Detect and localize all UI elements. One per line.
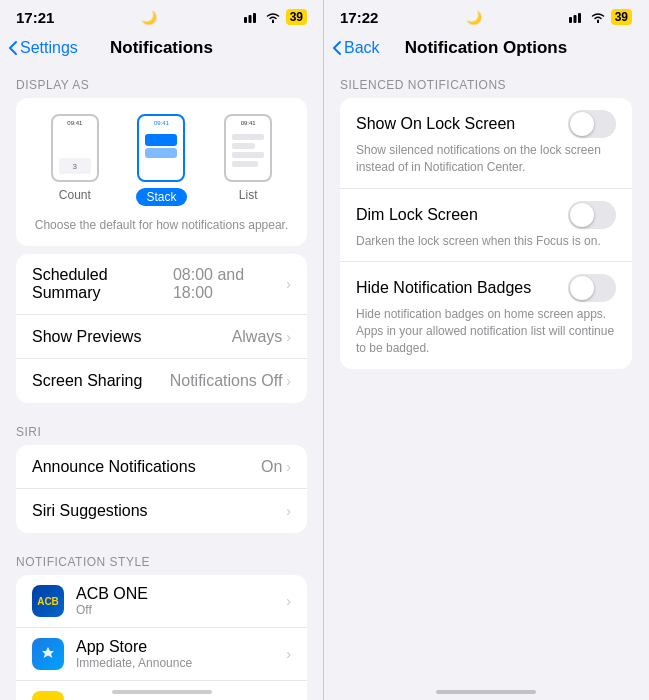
scheduled-summary-label: Scheduled Summary [32,266,173,302]
display-options: 09:41 3 Count 09:41 Stack 09 [16,110,307,214]
notification-style-label: NOTIFICATION STYLE [0,541,323,575]
back-label-right: Back [344,39,380,57]
nav-title-left: Notifications [110,38,213,58]
scheduled-summary-value: 08:00 and 18:00 › [173,266,291,302]
back-button-left[interactable]: Settings [8,39,78,57]
dim-lock-screen-desc: Darken the lock screen when this Focus i… [356,233,616,250]
acb-sub: Off [76,603,274,617]
display-hint: Choose the default for how notifications… [16,214,307,238]
hide-badges-title: Hide Notification Badges [356,279,531,297]
chevron-icon-3: › [286,373,291,389]
time-right: 17:22 [340,9,378,26]
app-row-acb[interactable]: ACB ACB ONE Off › [16,575,307,628]
svg-rect-0 [244,17,247,23]
screen-sharing-value: Notifications Off › [170,372,291,390]
time-left: 17:21 [16,9,54,26]
appstore-icon [32,638,64,670]
show-previews-label: Show Previews [32,328,141,346]
show-previews-value: Always › [232,328,291,346]
chevron-icon-4: › [286,459,291,475]
signal-icon-right [569,11,585,23]
back-label-left: Settings [20,39,78,57]
screen-sharing-row[interactable]: Screen Sharing Notifications Off › [16,359,307,403]
display-option-count[interactable]: 09:41 3 Count [51,114,99,206]
phone-mock-list: 09:41 [224,114,272,182]
signal-icon-left [244,11,260,23]
phone-mock-stack: 09:41 [137,114,185,182]
home-indicator-right [436,690,536,694]
chevron-icon-appstore: › [286,646,291,662]
display-option-stack[interactable]: 09:41 Stack [136,114,186,206]
acb-icon: ACB [32,585,64,617]
siri-label: SIRI [0,411,323,445]
screen-sharing-label: Screen Sharing [32,372,142,390]
svg-rect-5 [578,13,581,23]
list-label: List [239,188,258,202]
hide-badges-toggle[interactable] [568,274,616,302]
svg-rect-4 [573,15,576,23]
nav-bar-right: Back Notification Options [324,32,648,64]
siri-suggestions-label: Siri Suggestions [32,502,148,520]
be-icon: be [32,691,64,700]
announce-notifications-label: Announce Notifications [32,458,196,476]
moon-icon-left: 🌙 [141,10,157,25]
app-row-appstore[interactable]: App Store Immediate, Announce › [16,628,307,681]
back-button-right[interactable]: Back [332,39,380,57]
wifi-icon-right [590,11,606,23]
nav-bar-left: Settings Notifications [0,32,323,64]
left-screen: 17:21 🌙 39 Settings Notifications D [0,0,324,700]
settings-rows-card: Scheduled Summary 08:00 and 18:00 › Show… [16,254,307,403]
svg-rect-1 [248,15,251,23]
status-bar-right: 17:22 🌙 39 [324,0,648,32]
siri-suggestions-value: › [286,503,291,519]
svg-rect-2 [253,13,256,23]
appstore-sub: Immediate, Announce [76,656,274,670]
hide-badges-desc: Hide notification badges on home screen … [356,306,616,356]
display-as-label: DISPLAY AS [0,64,323,98]
show-previews-row[interactable]: Show Previews Always › [16,315,307,359]
show-lock-screen-title: Show On Lock Screen [356,115,515,133]
display-as-card: 09:41 3 Count 09:41 Stack 09 [16,98,307,246]
silenced-label: SILENCED NOTIFICATIONS [324,64,648,98]
show-lock-screen-toggle[interactable] [568,110,616,138]
appstore-name: App Store [76,638,274,656]
chevron-icon-2: › [286,329,291,345]
apps-card: ACB ACB ONE Off › App Store Immediate, A… [16,575,307,700]
display-option-list[interactable]: 09:41 List [224,114,272,206]
appstore-info: App Store Immediate, Announce [76,638,274,670]
dim-lock-screen-row: Dim Lock Screen Darken the lock screen w… [340,189,632,263]
svg-rect-3 [569,17,572,23]
battery-left: 39 [286,9,307,25]
status-icons-left: 39 [244,9,307,25]
siri-card: Announce Notifications On › Siri Suggest… [16,445,307,533]
announce-notifications-value: On › [261,458,291,476]
chevron-icon-acb: › [286,593,291,609]
battery-right: 39 [611,9,632,25]
nav-title-right: Notification Options [405,38,567,58]
count-label: Count [59,188,91,202]
wifi-icon-left [265,11,281,23]
hide-badges-row: Hide Notification Badges Hide notificati… [340,262,632,368]
show-lock-screen-desc: Show silenced notifications on the lock … [356,142,616,176]
chevron-icon-5: › [286,503,291,519]
dim-lock-screen-title: Dim Lock Screen [356,206,478,224]
right-screen: 17:22 🌙 39 Back Notification Options [324,0,648,700]
status-bar-left: 17:21 🌙 39 [0,0,323,32]
silenced-card: Show On Lock Screen Show silenced notifi… [340,98,632,369]
acb-info: ACB ONE Off [76,585,274,617]
status-icons-right: 39 [569,9,632,25]
show-lock-screen-row: Show On Lock Screen Show silenced notifi… [340,98,632,189]
siri-suggestions-row[interactable]: Siri Suggestions › [16,489,307,533]
home-indicator-left [112,690,212,694]
moon-icon-right: 🌙 [466,10,482,25]
dim-lock-screen-toggle[interactable] [568,201,616,229]
stack-label: Stack [136,188,186,206]
acb-name: ACB ONE [76,585,274,603]
announce-notifications-row[interactable]: Announce Notifications On › [16,445,307,489]
scheduled-summary-row[interactable]: Scheduled Summary 08:00 and 18:00 › [16,254,307,315]
phone-mock-count: 09:41 3 [51,114,99,182]
chevron-icon: › [286,276,291,292]
